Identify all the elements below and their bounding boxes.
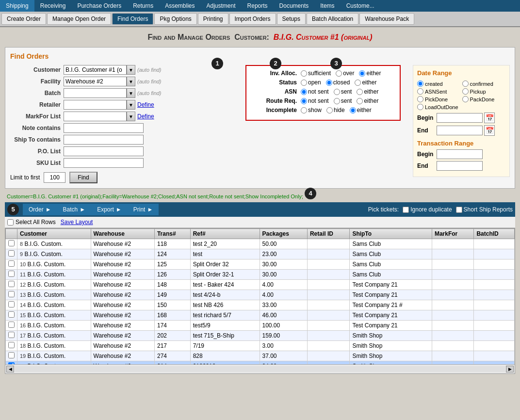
table-row[interactable]: 16 B.I.G. Custom.Warehouse #2174test5/91… xyxy=(6,321,515,331)
nav-assemblies[interactable]: Assemblies xyxy=(159,0,200,12)
note-contains-input[interactable] xyxy=(64,123,144,133)
row-checkbox-cell[interactable] xyxy=(6,270,17,280)
nav-customer[interactable]: Custome... xyxy=(341,0,380,12)
scroll-left-btn[interactable]: ◀ xyxy=(6,366,14,372)
radio-pickdone[interactable]: PickDone xyxy=(417,96,461,102)
col-retail-id[interactable]: Retail ID xyxy=(307,229,349,239)
nav-printing[interactable]: Printing xyxy=(198,13,228,25)
date-begin-input[interactable] xyxy=(437,113,483,123)
inv-alloc-over[interactable]: over xyxy=(336,70,354,77)
radio-asnsent[interactable]: ASNSent xyxy=(417,88,461,95)
row-checkbox[interactable] xyxy=(8,311,15,318)
nav-documents[interactable]: Documents xyxy=(274,0,315,12)
row-checkbox-cell[interactable] xyxy=(6,249,17,259)
print-menu-button[interactable]: Print ► xyxy=(128,204,159,215)
row-checkbox-cell[interactable] xyxy=(6,280,17,290)
col-batchid[interactable]: BatchID xyxy=(474,229,515,239)
col-ref[interactable]: Ref# xyxy=(190,229,260,239)
table-row[interactable]: 9 B.I.G. Custom.Warehouse #2124test23.00… xyxy=(6,249,515,259)
nav-shipping[interactable]: Shipping xyxy=(0,0,34,12)
limit-input[interactable]: 100 xyxy=(44,172,65,183)
retailer-define-link[interactable]: Define xyxy=(137,101,154,108)
table-row[interactable]: 13 B.I.G. Custom.Warehouse #2149test 4/2… xyxy=(6,290,515,300)
nav-receiving[interactable]: Receiving xyxy=(34,0,72,12)
nav-manage-open-order[interactable]: Manage Open Order xyxy=(47,13,111,25)
route-either[interactable]: either xyxy=(357,97,378,104)
ignore-duplicate-checkbox[interactable] xyxy=(403,207,409,213)
route-sent[interactable]: sent xyxy=(334,97,352,104)
col-trans[interactable]: Trans# xyxy=(154,229,190,239)
status-open[interactable]: open xyxy=(301,79,321,86)
inv-alloc-either[interactable]: either xyxy=(359,70,381,77)
table-row[interactable]: 17 B.I.G. Custom.Warehouse #2202test 715… xyxy=(6,331,515,341)
po-list-input[interactable] xyxy=(64,146,144,156)
table-row[interactable]: 11 B.I.G. Custom.Warehouse #2126Split Or… xyxy=(6,270,515,280)
asn-sent[interactable]: sent xyxy=(334,88,352,95)
incomplete-either[interactable]: either xyxy=(350,107,372,113)
batch-input[interactable] xyxy=(64,88,127,98)
nav-purchase-orders[interactable]: Purchase Orders xyxy=(71,0,127,12)
table-row[interactable]: 18 B.I.G. Custom.Warehouse #22177/193.00… xyxy=(6,341,515,351)
row-checkbox-cell[interactable] xyxy=(6,341,17,351)
col-markfor[interactable]: MarkFor xyxy=(432,229,473,239)
nav-import-orders[interactable]: Import Orders xyxy=(229,13,276,25)
row-checkbox-cell[interactable] xyxy=(6,331,17,341)
nav-pkg-options[interactable]: Pkg Options xyxy=(154,13,196,25)
radio-packdone[interactable]: PackDone xyxy=(462,96,506,102)
markfor-define-link[interactable]: Define xyxy=(137,113,154,120)
short-ship-checkbox[interactable] xyxy=(456,207,462,213)
route-not-sent[interactable]: not sent xyxy=(301,97,329,104)
date-begin-calendar-btn[interactable]: 📅 xyxy=(484,113,495,123)
row-checkbox[interactable] xyxy=(8,352,15,358)
customer-dropdown-btn[interactable]: ▼ xyxy=(127,65,135,75)
nav-adjustment[interactable]: Adjustment xyxy=(201,0,242,12)
col-shipto[interactable]: ShipTo xyxy=(350,229,432,239)
order-menu-button[interactable]: Order ► xyxy=(23,204,57,215)
facility-dropdown-btn[interactable]: ▼ xyxy=(127,77,135,86)
radio-created[interactable]: created xyxy=(417,81,461,87)
select-all-checkbox[interactable] xyxy=(7,219,14,226)
export-menu-button[interactable]: Export ► xyxy=(91,204,128,215)
table-row[interactable]: 10 B.I.G. Custom.Warehouse #2125Split Or… xyxy=(6,259,515,270)
row-checkbox-cell[interactable] xyxy=(6,351,17,361)
row-checkbox-cell[interactable] xyxy=(6,239,17,249)
retailer-input[interactable] xyxy=(64,100,127,110)
row-checkbox[interactable] xyxy=(8,342,15,348)
row-checkbox[interactable] xyxy=(8,281,15,287)
row-checkbox-cell[interactable] xyxy=(6,321,17,331)
facility-input[interactable]: Warehouse #2 xyxy=(64,77,127,86)
horizontal-scrollbar[interactable]: ◀ ▶ xyxy=(5,364,515,373)
row-checkbox[interactable] xyxy=(8,250,15,257)
inv-alloc-sufficient[interactable]: sufficient xyxy=(301,70,331,77)
batch-dropdown-btn[interactable]: ▼ xyxy=(127,88,135,98)
row-checkbox-cell[interactable] xyxy=(6,290,17,300)
nav-find-orders[interactable]: Find Orders xyxy=(112,13,153,25)
row-checkbox[interactable] xyxy=(8,240,15,246)
radio-loadoutdone[interactable]: LoadOutDone xyxy=(417,104,461,110)
row-checkbox[interactable] xyxy=(8,260,15,267)
customer-input[interactable]: B.I.G. Customer #1 (o xyxy=(64,65,127,75)
table-row[interactable]: 19 B.I.G. Custom.Warehouse #227482837.00… xyxy=(6,351,515,361)
radio-confirmed[interactable]: confirmed xyxy=(462,81,506,87)
col-customer[interactable]: Customer xyxy=(17,229,91,239)
row-checkbox-cell[interactable] xyxy=(6,300,17,310)
table-row[interactable]: 8 B.I.G. Custom.Warehouse #2118test 2_20… xyxy=(6,239,515,249)
row-checkbox-cell[interactable] xyxy=(6,310,17,321)
sku-list-input[interactable] xyxy=(64,158,144,168)
select-all-label[interactable]: Select All Rows xyxy=(7,219,56,226)
status-either[interactable]: either xyxy=(355,79,376,86)
row-checkbox[interactable] xyxy=(8,362,15,364)
find-button[interactable]: Find xyxy=(69,172,97,183)
short-ship-label[interactable]: Short Ship Reports xyxy=(456,206,513,213)
col-warehouse[interactable]: Warehouse xyxy=(91,229,154,239)
nav-warehouse-pack[interactable]: Warehouse Pack xyxy=(359,13,414,25)
retailer-dropdown-btn[interactable]: ▼ xyxy=(127,100,135,110)
incomplete-show[interactable]: show xyxy=(301,107,322,113)
date-end-input[interactable] xyxy=(437,126,483,135)
row-checkbox[interactable] xyxy=(8,291,15,297)
radio-pickup[interactable]: Pickup xyxy=(462,88,506,95)
incomplete-hide[interactable]: hide xyxy=(326,107,345,113)
trans-end-input[interactable] xyxy=(437,161,483,171)
asn-either[interactable]: either xyxy=(357,88,378,95)
nav-create-order[interactable]: Create Order xyxy=(1,13,46,25)
